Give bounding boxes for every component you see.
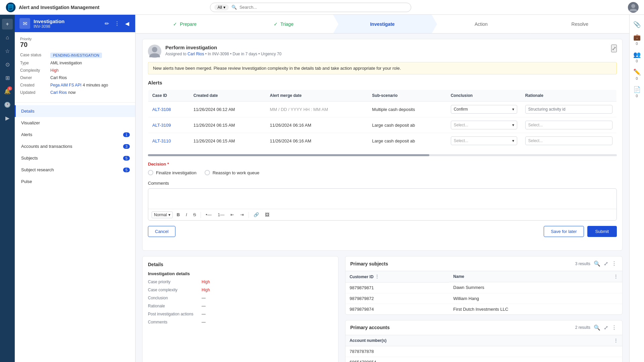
numbered-list-button[interactable]: 1— <box>216 211 226 218</box>
notification-badge: 6 <box>7 86 12 90</box>
strikethrough-button[interactable]: S <box>191 211 198 218</box>
updated-by[interactable]: Carl Rios <box>50 90 67 95</box>
search-input[interactable] <box>239 5 407 10</box>
complexity-row: Complexity High <box>20 68 130 73</box>
rationale-input[interactable]: Structuring activity id <box>525 105 612 114</box>
account-menu[interactable]: ⋮ <box>613 338 618 343</box>
expand-button[interactable]: ⤢ <box>611 45 617 52</box>
save-later-button[interactable]: Save for later <box>544 226 584 237</box>
nav-item-details[interactable]: Details <box>15 105 135 117</box>
created-time: 4 minutes ago <box>83 83 108 87</box>
top-nav: Alert and Investigation Management All ▾… <box>0 0 644 15</box>
rationale-input[interactable]: Select... <box>525 121 612 129</box>
edit-case-button[interactable]: ✏ <box>103 19 110 28</box>
right-panel-people[interactable]: 👥 0 <box>631 49 643 65</box>
submit-button[interactable]: Submit <box>587 226 617 237</box>
name-menu[interactable]: ⋮ <box>613 274 618 279</box>
col-account-number: Account number(s) ⋮ <box>345 335 622 346</box>
nav-item-pulse[interactable]: Pulse <box>15 176 135 187</box>
accounts-count: 2 results <box>575 325 590 330</box>
accounts-search-button[interactable]: 🔍 <box>593 324 601 331</box>
indent-right-button[interactable]: ⇥ <box>238 211 246 218</box>
radio-reassign[interactable]: Reassign to work queue <box>205 170 259 175</box>
nav-item-alerts[interactable]: Alerts 1 <box>15 129 135 140</box>
cancel-button[interactable]: Cancel <box>148 226 175 237</box>
subjects-count: 3 results <box>575 261 590 266</box>
sidebar-item-bookmark[interactable]: ☆ <box>2 46 13 56</box>
accounts-more-button[interactable]: ⋮ <box>611 324 618 331</box>
owner-value: Carl Rios <box>50 75 67 80</box>
sidebar-item-home[interactable]: ⌂ <box>2 32 13 43</box>
due-label: Due in 7 days <box>233 52 257 56</box>
col-sub-scenario: Sub-scenario <box>368 90 446 102</box>
sidebar-item-search[interactable]: ⊙ <box>2 59 13 70</box>
step-triage[interactable]: ✓ Triage <box>234 15 333 33</box>
avatar[interactable] <box>628 2 639 13</box>
alert-banner: New alerts have been merged. Please revi… <box>148 62 617 74</box>
conclusion-dropdown[interactable]: Select...▾ <box>451 121 517 129</box>
step-prepare[interactable]: ✓ Prepare <box>136 15 234 33</box>
nav-item-subject-research[interactable]: Subject research 5 <box>15 164 135 176</box>
alerts-table-body: ALT-3108 11/26/2024 06:12 AM MM / DD / Y… <box>148 102 617 149</box>
step-resolve[interactable]: Resolve <box>531 15 629 33</box>
bold-button[interactable]: B <box>175 211 182 218</box>
details-section-title: Details <box>148 262 333 267</box>
rationale-input[interactable]: Select... <box>525 136 612 145</box>
sidebar-item-notifications[interactable]: 🔔 6 <box>2 86 13 97</box>
table-scroll-indicator[interactable] <box>148 154 617 156</box>
accounts-badge: 3 <box>123 144 130 149</box>
step-action[interactable]: Action <box>432 15 530 33</box>
search-all-button[interactable]: All ▾ <box>214 4 229 10</box>
detail-value: — <box>202 304 206 308</box>
step-investigate[interactable]: Investigate <box>333 15 432 33</box>
created-by[interactable]: Pega AIM FS API <box>50 83 82 87</box>
alert-id-link[interactable]: ALT-3110 <box>152 138 171 143</box>
comments-textarea[interactable] <box>148 189 616 209</box>
alert-id-link[interactable]: ALT-3109 <box>152 123 171 128</box>
right-panel-edit[interactable]: ✏️ 0 <box>631 66 643 82</box>
sidebar-item-grid[interactable]: ⊞ <box>2 72 13 83</box>
radio-finalize[interactable]: Finalize investigation <box>148 170 197 175</box>
indent-left-button[interactable]: ⇤ <box>228 211 236 218</box>
nav-item-visualizer[interactable]: Visualizer <box>15 117 135 129</box>
updated-time: now <box>68 90 75 95</box>
conclusion-placeholder: Select... <box>454 123 468 127</box>
customer-id-menu[interactable]: ⋮ <box>375 274 379 279</box>
case-panel: ✉ Investigation INV-3098 ✏ ⋮ ◀ Priority … <box>15 15 136 362</box>
italic-button[interactable]: I <box>184 211 189 218</box>
conclusion-dropdown[interactable]: Confirm▾ <box>451 105 517 114</box>
nav-item-accounts[interactable]: Accounts and transactions 3 <box>15 140 135 152</box>
right-panel-briefcase[interactable]: 💼 0 <box>631 32 643 48</box>
icon-rail: + ⌂ ☆ ⊙ ⊞ 🔔 6 🕐 ▶ <box>0 15 15 362</box>
alert-id-link[interactable]: ALT-3108 <box>152 107 171 112</box>
sidebar-item-play[interactable]: ▶ <box>2 113 13 123</box>
subjects-search-button[interactable]: 🔍 <box>593 260 601 267</box>
right-panel-doc[interactable]: 📄 0 <box>631 84 643 100</box>
detail-row: Conclusion — <box>148 296 333 300</box>
more-options-button[interactable]: ⋮ <box>113 19 121 28</box>
bullet-list-button[interactable]: •— <box>204 211 214 218</box>
comments-section: Comments Normal ▾ B I S •— <box>148 181 617 221</box>
accounts-table: Account number(s) ⋮ 78787878786865478965… <box>345 335 622 362</box>
sidebar-item-clock[interactable]: 🕐 <box>2 99 13 110</box>
collapse-panel-button[interactable]: ◀ <box>124 19 130 28</box>
conclusion-dropdown[interactable]: Select...▾ <box>451 136 517 145</box>
alert-conclusion-cell: Confirm▾ <box>447 102 521 117</box>
assignee-link[interactable]: Carl Rios <box>187 52 204 56</box>
accounts-expand-button[interactable]: ⤢ <box>603 324 609 331</box>
alert-merge-date-cell: 11/26/2024 06:16 AM <box>266 133 368 149</box>
image-button[interactable]: 🖼 <box>263 211 271 218</box>
search-bar[interactable]: All ▾ 🔍 <box>210 3 411 12</box>
subjects-more-button[interactable]: ⋮ <box>611 260 618 267</box>
chevron-down-icon: ▾ <box>512 123 514 127</box>
format-select[interactable]: Normal ▾ <box>152 212 173 218</box>
svg-point-2 <box>152 47 157 52</box>
case-in-label: INV-3098 <box>212 52 229 56</box>
right-panel-clip[interactable]: 📎 <box>631 19 643 30</box>
sidebar-item-add[interactable]: + <box>2 19 13 29</box>
alerts-section-title: Alerts <box>148 80 617 85</box>
link-button[interactable]: 🔗 <box>252 211 261 218</box>
nav-item-subjects[interactable]: Subjects 5 <box>15 152 135 164</box>
account-number-cell: 68654789654 <box>345 357 622 362</box>
subjects-expand-button[interactable]: ⤢ <box>603 260 609 267</box>
